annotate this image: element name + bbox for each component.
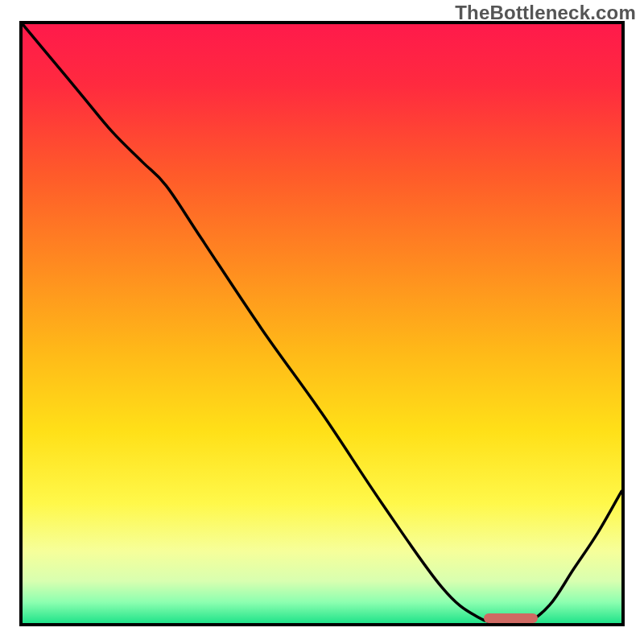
chart-container: TheBottleneck.com: [0, 0, 644, 644]
plot-area: [23, 24, 621, 623]
plot-frame: [19, 21, 625, 626]
optimal-range-marker: [484, 613, 538, 623]
bottleneck-curve: [23, 24, 621, 623]
